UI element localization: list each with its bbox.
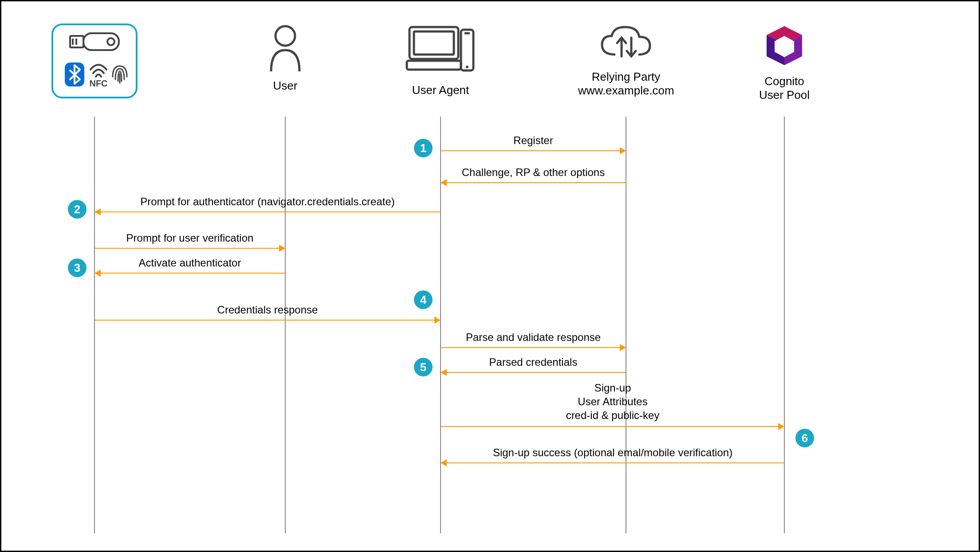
svg-rect-10 <box>407 61 461 70</box>
step-badge-2: 2 <box>68 200 87 219</box>
actor-user: User <box>250 23 321 93</box>
lifeline-user <box>285 117 286 533</box>
arrow-parse-validate <box>441 347 626 348</box>
arrow-cred-response <box>95 320 440 321</box>
step-badge-6: 6 <box>795 429 814 447</box>
arrow-signup-success <box>441 462 784 463</box>
step-badge-3: 3 <box>68 258 87 277</box>
actor-authenticator: NFC <box>50 23 139 98</box>
user-icon <box>268 23 303 72</box>
svg-rect-9 <box>414 31 454 55</box>
svg-point-12 <box>466 66 468 68</box>
actor-cognito-label-1: Cognito <box>738 74 831 88</box>
arrow-challenge <box>441 182 626 183</box>
msg-cred-response: Credentials response <box>94 304 441 316</box>
svg-point-4 <box>107 38 114 45</box>
actor-useragent: User Agent <box>392 23 489 97</box>
arrow-prompt-verify <box>95 248 285 249</box>
actor-useragent-label: User Agent <box>392 83 489 97</box>
step-badge-5: 5 <box>414 358 433 376</box>
lifeline-cognito <box>784 117 785 533</box>
devices-icon <box>405 23 476 77</box>
authenticator-devices-icon: NFC <box>51 23 138 98</box>
msg-signup: Sign-up User Attributes cred-id & public… <box>441 381 785 423</box>
arrow-prompt-create <box>95 211 440 212</box>
sequence-diagram: NFC User <box>0 0 980 552</box>
lifeline-rp <box>626 117 626 533</box>
msg-activate: Activate authenticator <box>94 257 285 269</box>
msg-parse-validate: Parse and validate response <box>441 331 626 344</box>
arrow-parsed-cred <box>441 372 626 373</box>
svg-text:NFC: NFC <box>89 78 107 88</box>
arrow-register <box>441 150 626 151</box>
cloud-transfer-icon <box>599 23 653 63</box>
svg-rect-11 <box>461 30 473 70</box>
actor-relying-party: Relying Party www.example.com <box>578 23 674 98</box>
cognito-service-icon <box>762 23 807 68</box>
lifeline-authenticator <box>94 117 95 533</box>
actor-rp-label-1: Relying Party <box>578 70 674 84</box>
msg-signup-success: Sign-up success (optional emal/mobile ve… <box>441 446 785 459</box>
msg-prompt-create: Prompt for authenticator (navigator.cred… <box>94 196 441 208</box>
actor-user-label: User <box>250 79 321 93</box>
arrow-activate <box>95 273 285 274</box>
svg-point-7 <box>276 26 295 46</box>
step-badge-1: 1 <box>414 139 433 157</box>
actor-cognito: Cognito User Pool <box>738 23 831 102</box>
actor-cognito-label-2: User Pool <box>738 88 831 102</box>
msg-prompt-verify: Prompt for user verification <box>94 232 285 244</box>
msg-register: Register <box>441 134 626 147</box>
actor-rp-label-2: www.example.com <box>578 84 674 98</box>
msg-parsed-cred: Parsed credentials <box>441 356 626 368</box>
arrow-signup <box>441 426 784 427</box>
msg-challenge: Challenge, RP & other options <box>441 166 626 179</box>
